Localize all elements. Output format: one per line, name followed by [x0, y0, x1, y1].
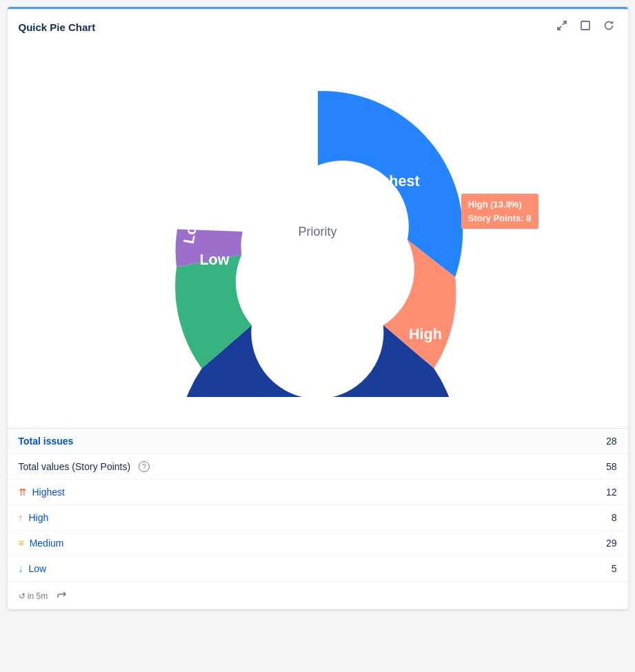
stat-row-low: ↓ Low 5 [8, 556, 628, 582]
donut-chart: Highest High Medium Low Lowest Priority [152, 66, 483, 397]
widget-footer: ↺ in 5m [8, 582, 628, 609]
tooltip-sub: Story Points: 8 [468, 212, 532, 225]
high-label[interactable]: ↑ High [19, 512, 49, 523]
chart-tooltip: High (13.8%) Story Points: 8 [461, 194, 538, 229]
highest-icon: ⇈ [19, 487, 27, 498]
medium-icon: ≡ [19, 538, 24, 549]
total-values-label: Total values (Story Points) ? [19, 461, 150, 472]
total-issues-label[interactable]: Total issues [19, 436, 74, 447]
refresh-time: ↺ in 5m [19, 591, 48, 601]
stat-row-medium: ≡ Medium 29 [8, 531, 628, 556]
total-values-row: Total values (Story Points) ? 58 [8, 454, 628, 480]
medium-label[interactable]: ≡ Medium [19, 538, 64, 549]
stat-row-high: ↑ High 8 [8, 505, 628, 531]
low-value: 5 [612, 563, 617, 574]
quick-pie-chart-widget: Quick Pie Chart [8, 7, 628, 609]
highest-label[interactable]: ⇈ Highest [19, 487, 65, 498]
label-highest: Highest [365, 172, 419, 190]
label-low: Low [199, 251, 229, 268]
low-icon: ↓ [19, 563, 23, 574]
help-icon[interactable]: ? [139, 461, 150, 472]
chart-area: Highest High Medium Low Lowest Priority … [8, 42, 628, 428]
donut-svg: Highest High Medium Low Lowest [152, 66, 483, 397]
widget-title: Quick Pie Chart [19, 21, 96, 33]
low-label[interactable]: ↓ Low [19, 563, 47, 574]
label-high: High [409, 325, 442, 343]
fullscreen-button[interactable] [577, 19, 594, 35]
high-value: 8 [612, 512, 617, 523]
expand-button[interactable] [554, 19, 570, 35]
total-issues-row: Total issues 28 [8, 429, 628, 454]
donut-hole [252, 165, 384, 298]
tooltip-label: High (13.8%) [468, 198, 532, 212]
svg-rect-2 [581, 21, 589, 30]
total-issues-value: 28 [606, 436, 617, 447]
medium-value: 29 [606, 538, 617, 549]
widget-header: Quick Pie Chart [8, 9, 628, 42]
share-button[interactable] [54, 588, 68, 604]
widget-actions [554, 19, 617, 35]
stats-section[interactable]: Total issues 28 Total values (Story Poin… [8, 428, 628, 582]
stat-row-highest: ⇈ Highest 12 [8, 480, 628, 505]
total-values-value: 58 [606, 461, 617, 472]
refresh-button[interactable] [601, 19, 617, 35]
highest-value: 12 [606, 487, 617, 498]
high-icon: ↑ [19, 512, 23, 523]
